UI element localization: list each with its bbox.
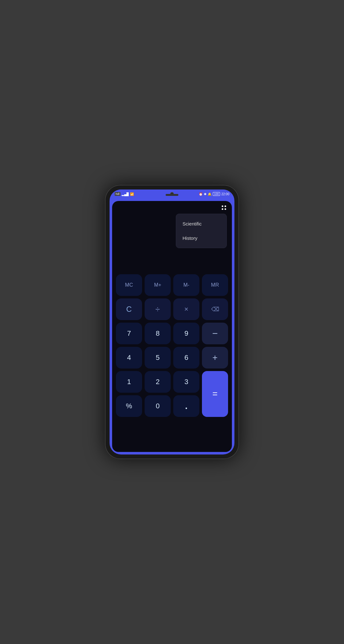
dropdown-menu: Scientific History (176, 214, 227, 248)
row-789: 7 8 9 − (116, 323, 228, 344)
divide-button[interactable]: ÷ (145, 298, 171, 320)
equals-button[interactable]: = (202, 371, 228, 417)
bluetooth-icon: ✱ (204, 192, 206, 196)
3-button[interactable]: 3 (173, 371, 199, 393)
carrier-text: hdl (115, 192, 120, 196)
dot-button[interactable]: . (173, 395, 199, 417)
mc-button[interactable]: MC (116, 274, 142, 296)
bell-icon: 🔔 (208, 192, 211, 196)
7-button[interactable]: 7 (116, 323, 142, 344)
calculator-app: Scientific History MC M+ M- MR C (112, 201, 232, 452)
backspace-button[interactable]: ⌫ (202, 298, 228, 320)
alarm-icon: ⏰ (199, 192, 203, 196)
2-button[interactable]: 2 (145, 371, 171, 393)
9-button[interactable]: 9 (173, 323, 199, 344)
memory-row: MC M+ M- MR (116, 274, 228, 296)
menu-item-scientific[interactable]: Scientific (176, 217, 226, 231)
dot3 (222, 208, 223, 210)
menu-item-history[interactable]: History (176, 231, 226, 245)
row-456: 4 5 6 + (116, 347, 228, 369)
status-left: hdl ▂▄█ 📶 (115, 192, 134, 196)
dot2 (225, 205, 226, 207)
signal-icon: ▂▄█ (122, 192, 129, 196)
status-right: ⏰ ✱ 🔔 100 22:00 (199, 192, 229, 196)
percent-button[interactable]: % (116, 395, 142, 417)
more-options-button[interactable] (222, 205, 226, 210)
8-button[interactable]: 8 (145, 323, 171, 344)
battery-icon: 100 (213, 192, 220, 196)
mr-button[interactable]: MR (202, 274, 228, 296)
time-display: 22:00 (221, 192, 229, 196)
m-plus-button[interactable]: M+ (145, 274, 171, 296)
multiply-button[interactable]: × (173, 298, 199, 320)
5-button[interactable]: 5 (145, 347, 171, 369)
speaker (166, 194, 178, 196)
keypad: MC M+ M- MR C ÷ × ⌫ 7 8 9 − (112, 271, 232, 421)
m-minus-button[interactable]: M- (173, 274, 199, 296)
6-button[interactable]: 6 (173, 347, 199, 369)
plus-button[interactable]: + (202, 347, 228, 369)
dot1 (222, 205, 223, 207)
phone-frame: hdl ▂▄█ 📶 ⏰ ✱ 🔔 100 22:00 (105, 185, 239, 459)
phone-screen: hdl ▂▄█ 📶 ⏰ ✱ 🔔 100 22:00 (110, 190, 234, 454)
operator-row: C ÷ × ⌫ (116, 298, 228, 320)
0-button[interactable]: 0 (145, 395, 171, 417)
4-button[interactable]: 4 (116, 347, 142, 369)
bottom-rows: 1 2 3 = % 0 . (116, 371, 228, 417)
wifi-icon: 📶 (130, 192, 134, 196)
clear-button[interactable]: C (116, 298, 142, 320)
dot4 (225, 208, 226, 210)
minus-button[interactable]: − (202, 323, 228, 344)
1-button[interactable]: 1 (116, 371, 142, 393)
